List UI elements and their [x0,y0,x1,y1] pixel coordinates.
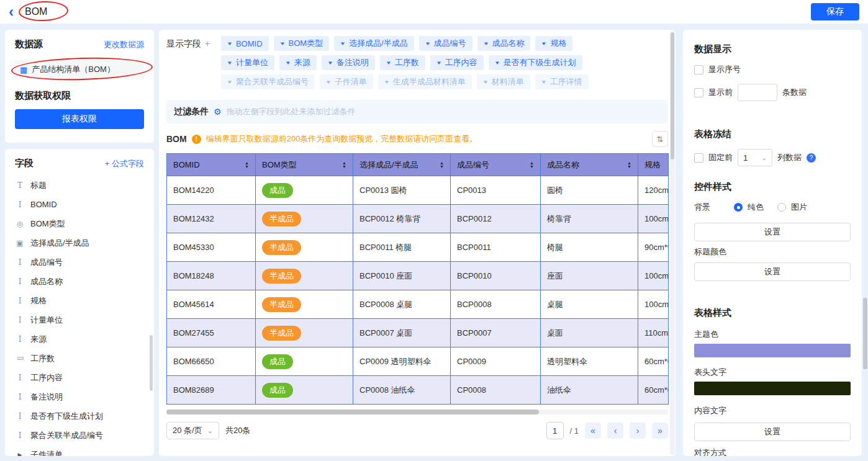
field-item-agg-semi-code[interactable]: I聚合关联半成品编号 [15,426,144,445]
page-number-input[interactable] [546,422,564,439]
field-item-process-content[interactable]: I工序内容 [15,368,144,387]
expand-arrow-icon: ▶ [15,452,25,457]
add-display-field-icon[interactable]: + [205,38,210,48]
freeze-checkbox[interactable] [694,153,703,163]
sort-icon[interactable]: ▲▼ [440,161,444,169]
table-row[interactable]: BOM14220 成品 CP0013 圆椅 CP0013 圆椅 120cm* [167,176,669,205]
control-style-heading: 控件样式 [694,181,851,193]
display-field-chip[interactable]: ▼BOMID [221,36,269,51]
field-item-unit[interactable]: I计量单位 [15,310,144,329]
header-text-color-swatch[interactable] [694,382,851,395]
show-first-count-input[interactable] [738,84,777,101]
datasource-item[interactable]: ▦ 产品结构清单（BOM） [15,60,144,79]
table-row[interactable]: BOM12432 半成品 BCP0012 椅靠背 BCP0012 椅靠背 100… [167,205,669,233]
table-row[interactable]: BOM45330 半成品 BCP0011 椅腿 BCP0011 椅腿 90cm*… [167,233,669,262]
vertical-scrollbar[interactable] [670,31,675,455]
page-size-value: 20 条/页 [173,425,202,436]
field-label: 选择成品/半成品 [30,238,89,249]
display-field-chip-disabled[interactable]: ▼工序详情 [535,74,589,89]
first-page-button[interactable]: « [585,423,601,439]
checkbox-field-icon: ▣ [15,239,25,248]
table-row[interactable]: BOM45614 半成品 BCP0008 桌腿 BCP0008 桌腿 100cm… [167,290,669,319]
report-permission-button[interactable]: 报表权限 [15,109,144,129]
display-field-chip[interactable]: ▼规格 [535,36,572,51]
display-field-chip[interactable]: ▼成品编号 [419,36,472,51]
image-radio[interactable] [777,203,786,212]
field-item-subitem-list[interactable]: ▶子件清单 [15,445,144,456]
page-scrollbar[interactable] [863,25,867,460]
column-header-product-name[interactable]: 成品名称▲▼ [541,154,638,176]
text-field-icon: I [15,297,25,305]
display-field-chip[interactable]: ▼成品名称 [477,36,531,51]
table-row[interactable]: BOM18248 半成品 BCP0010 座面 BCP0010 座面 100cm… [167,262,669,290]
column-header-bomid[interactable]: BOMID▲▼ [167,154,256,176]
field-item-select-product[interactable]: ▣选择成品/半成品 [15,233,144,253]
chip-label: 是否有下级生成计划 [504,57,576,68]
solid-color-radio[interactable] [734,203,743,212]
change-datasource-link[interactable]: 更改数据源 [104,39,144,50]
gear-icon[interactable]: ⚙ [214,107,222,117]
page-size-select[interactable]: 20 条/页 ⌄ [166,422,219,439]
title-color-set-button[interactable]: 设置 [694,262,851,281]
table-row[interactable]: BOM27455 半成品 BCP0007 桌面 BCP0007 桌面 110cm… [167,319,669,347]
display-field-chip-disabled[interactable]: ▼生成半成品材料清单 [378,74,472,89]
sort-icon[interactable]: ▲▼ [627,161,631,169]
show-first-checkbox[interactable] [694,88,703,97]
last-page-button[interactable]: » [652,423,668,439]
field-item-bom-type[interactable]: ◎BOM类型 [15,214,144,233]
field-item-bomid[interactable]: IBOMID [15,195,144,214]
help-icon[interactable]: ? [807,153,816,163]
column-header-spec[interactable]: 规格 [638,154,669,176]
vertical-scrollbar-thumb[interactable] [671,32,674,159]
field-item-spec[interactable]: I规格 [15,291,144,310]
display-field-chip[interactable]: ▼选择成品/半成品 [334,36,414,51]
cell: 桌腿 [541,290,638,319]
horizontal-scrollbar[interactable] [166,410,668,414]
column-header-product-code[interactable]: 成品编号▲▼ [451,154,541,176]
column-header-bom-type[interactable]: BOM类型▲▼ [256,154,353,176]
field-item-has-subplan[interactable]: I是否有下级生成计划 [15,406,144,426]
field-item-product-name[interactable]: I成品名称 [15,272,144,291]
field-item-title[interactable]: T标题 [15,176,144,195]
display-field-chip-disabled[interactable]: ▼聚合关联半成品编号 [221,74,315,89]
sort-icon[interactable]: ▲▼ [342,161,346,169]
back-icon[interactable]: ‹ [9,4,14,19]
cell: BCP0010 座面 [353,262,451,290]
display-fields-label: 显示字段 [166,38,201,48]
display-field-chip[interactable]: ▼来源 [279,55,317,70]
display-field-chip[interactable]: ▼计量单位 [221,55,274,70]
display-field-chip[interactable]: ▼工序内容 [430,55,484,70]
field-item-product-code[interactable]: I成品编号 [15,253,144,272]
table-row[interactable]: BOM66650 成品 CP0009 透明塑料伞 CP0009 透明塑料伞 60… [167,347,669,376]
background-set-button[interactable]: 设置 [694,223,851,241]
sort-icon[interactable]: ▲▼ [245,161,249,169]
display-field-chip[interactable]: ▼工序数 [380,55,425,70]
prev-page-button[interactable]: ‹ [607,423,623,439]
page-scrollbar-thumb[interactable] [863,298,867,369]
save-button[interactable]: 保存 [811,3,859,20]
display-field-chip[interactable]: ▼备注说明 [322,55,375,70]
field-item-source[interactable]: I来源 [15,329,144,349]
content-text-set-button[interactable]: 设置 [694,423,851,441]
filter-label: 过滤条件 [174,106,209,117]
add-formula-field-link[interactable]: + 公式字段 [105,158,144,169]
sort-settings-button[interactable]: ⇅ [652,131,668,147]
theme-color-swatch[interactable] [694,344,851,357]
display-field-chip[interactable]: ▼BOM类型 [274,36,330,51]
next-page-button[interactable]: › [630,423,646,439]
horizontal-scrollbar-thumb[interactable] [166,410,539,414]
display-field-chip[interactable]: ▼是否有下级生成计划 [489,55,582,70]
filter-dropzone[interactable]: 过滤条件 ⚙ 拖动左侧字段到此处来添加过滤条件 [166,100,668,123]
field-label: 来源 [30,334,47,345]
fields-scrollbar[interactable] [150,335,153,391]
field-item-remark[interactable]: I备注说明 [15,387,144,406]
column-header-select-product[interactable]: 选择成品/半成品▲▼ [353,154,451,176]
sort-icon[interactable]: ▲▼ [530,161,534,169]
display-field-chip-disabled[interactable]: ▼材料清单 [477,74,530,89]
field-item-process-count[interactable]: 123工序数 [15,349,144,368]
show-index-checkbox[interactable] [694,65,703,74]
table-row[interactable]: BOM82689 成品 CP0008 油纸伞 CP0008 油纸伞 60cm*6 [167,376,669,405]
display-field-chip-disabled[interactable]: ▼子件清单 [320,74,373,89]
freeze-count-select[interactable]: 1 ⌄ [738,149,772,166]
field-label: 工序数 [30,353,55,364]
